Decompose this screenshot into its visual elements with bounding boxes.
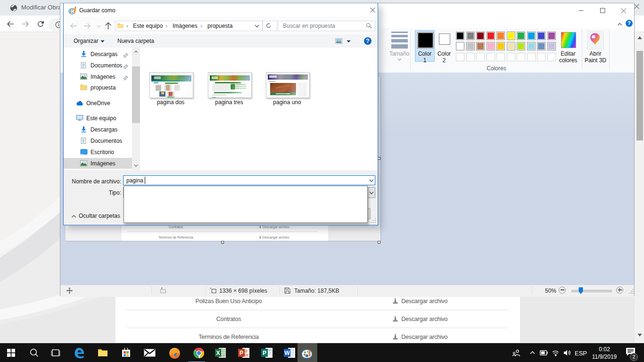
svg-text:P: P (263, 350, 266, 356)
svg-text:W: W (284, 350, 290, 356)
svg-text:X: X (216, 350, 220, 356)
svg-text:P: P (239, 350, 243, 356)
